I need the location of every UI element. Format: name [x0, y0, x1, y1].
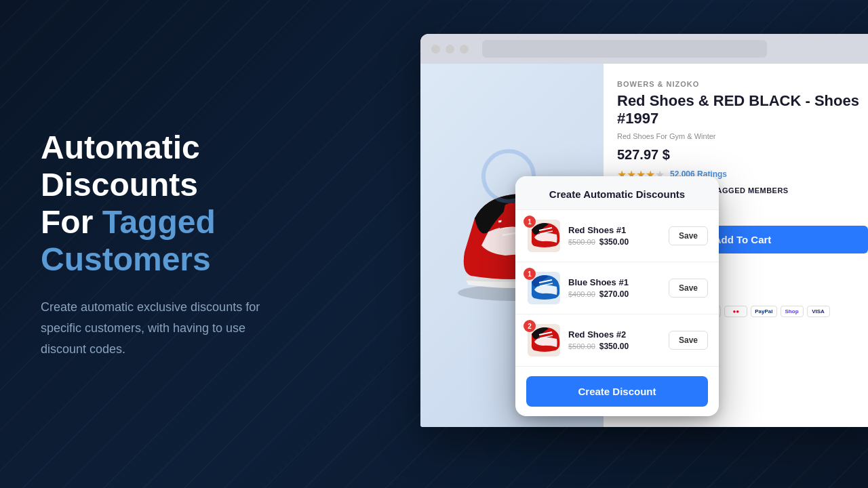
save-button-1[interactable]: Save — [669, 226, 708, 245]
product-row-1: 1 Red Shoes #1 — [515, 210, 719, 262]
badge-2: 1 — [524, 268, 536, 280]
main-heading: Automatic Discounts For Tagged Customers — [41, 129, 298, 279]
browser-dot-red — [431, 45, 440, 54]
modal-title: Create Automatic Discounts — [529, 188, 705, 200]
badge-3: 2 — [524, 320, 536, 332]
badge-1: 1 — [524, 216, 536, 228]
product-name-3: Red Shoes #2 — [568, 329, 662, 340]
discounted-price-2: $270.00 — [599, 289, 629, 299]
product-subtitle: Red Shoes For Gym & Winter — [617, 132, 868, 140]
original-price-2: $400.00 — [568, 290, 595, 298]
product-row-2: 1 Blue Shoes #1 — [515, 262, 719, 314]
product-row-3: 2 Red Shoes #2 — [515, 314, 719, 367]
payment-visa: VISA — [807, 306, 830, 317]
browser-dot-green — [460, 45, 469, 54]
modal-header: Create Automatic Discounts — [515, 176, 719, 210]
product-info-1: Red Shoes #1 $500.00 $350.00 — [568, 225, 662, 247]
payment-shopay: Shop — [781, 306, 804, 317]
subtext: Create automatic exclusive discounts for… — [41, 297, 285, 359]
original-price-1: $500.00 — [568, 238, 595, 246]
heading-line1: Automatic Discounts — [41, 129, 200, 203]
original-price-3: $500.00 — [568, 342, 595, 350]
browser-titlebar — [420, 34, 868, 64]
discount-modal: Create Automatic Discounts 1 — [515, 176, 719, 416]
discounted-price-1: $350.00 — [599, 237, 629, 247]
heading-line2: For Tagged Customers — [41, 204, 216, 277]
payment-mastercard: ●● — [724, 306, 747, 317]
product-prices-2: $400.00 $270.00 — [568, 289, 662, 299]
right-section: BOWERS & NIZOKO Red Shoes & RED BLACK - … — [339, 0, 868, 488]
product-title: Red Shoes & RED BLACK - Shoes #1997 — [617, 92, 868, 128]
modal-footer: Create Discount — [515, 367, 719, 416]
product-name-2: Blue Shoes #1 — [568, 277, 662, 287]
product-prices-3: $500.00 $350.00 — [568, 342, 662, 351]
page-container: Automatic Discounts For Tagged Customers… — [0, 0, 868, 488]
browser-address-bar — [482, 40, 767, 58]
product-info-3: Red Shoes #2 $500.00 $350.00 — [568, 329, 662, 351]
save-button-3[interactable]: Save — [669, 331, 708, 350]
product-price: 527.97 $ — [617, 147, 868, 163]
left-section: Automatic Discounts For Tagged Customers… — [0, 88, 339, 401]
save-button-2[interactable]: Save — [669, 279, 708, 298]
create-discount-button[interactable]: Create Discount — [526, 376, 708, 407]
payment-paypal: PayPal — [751, 306, 776, 317]
product-info-2: Blue Shoes #1 $400.00 $270.00 — [568, 277, 662, 299]
product-prices-1: $500.00 $350.00 — [568, 237, 662, 247]
modal-body: 1 Red Shoes #1 — [515, 210, 719, 367]
discounted-price-3: $350.00 — [599, 342, 629, 351]
browser-dot-yellow — [446, 45, 454, 54]
product-name-1: Red Shoes #1 — [568, 225, 662, 235]
brand-name: BOWERS & NIZOKO — [617, 80, 868, 88]
